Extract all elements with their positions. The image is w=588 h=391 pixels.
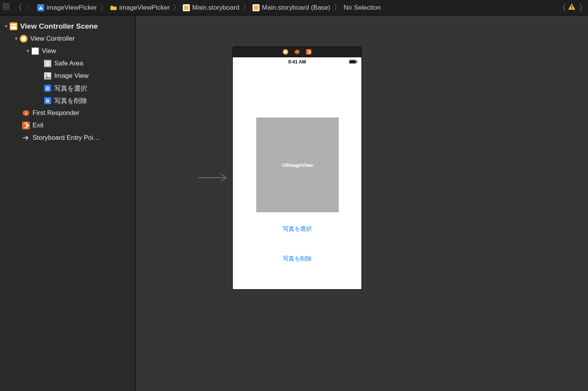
outline-label: Storyboard Entry Poi… <box>33 134 100 142</box>
storyboard-icon <box>253 4 260 11</box>
placeholder-label: UIImageView <box>282 162 313 168</box>
outline-label: 写真を選択 <box>54 84 87 93</box>
svg-rect-0 <box>3 4 6 6</box>
view-controller-icon[interactable] <box>283 49 288 55</box>
svg-rect-32 <box>356 61 357 63</box>
crumb-label: Main.storyboard (Base) <box>262 4 330 12</box>
warning-icon[interactable] <box>568 3 576 12</box>
crumb-folder[interactable]: imageViewPicker 〉 <box>110 2 181 13</box>
chevron-right-icon: 〉 <box>100 2 108 13</box>
svg-rect-15 <box>22 37 26 41</box>
svg-rect-8 <box>254 5 258 10</box>
crumb-no-selection[interactable]: No Selection <box>344 4 381 12</box>
storyboard-icon <box>183 4 190 11</box>
svg-rect-1 <box>7 4 9 6</box>
outline-label: First Responder <box>33 109 79 117</box>
safe-area-icon <box>43 59 52 68</box>
svg-rect-3 <box>7 7 9 10</box>
svg-text:B: B <box>46 98 49 104</box>
crumb-storyboard-base[interactable]: Main.storyboard (Base) 〉 <box>253 2 341 13</box>
outline-label: View <box>42 47 56 55</box>
svg-rect-12 <box>11 24 16 25</box>
outline-label: Image View <box>54 72 89 80</box>
outline-view-controller[interactable]: ▼ View Controller <box>0 33 135 45</box>
chevron-right-icon: 〉 <box>173 2 181 13</box>
outline-image-view[interactable]: Image View <box>0 70 135 82</box>
document-outline[interactable]: ▼ View Controller Scene ▼ View Controlle… <box>0 15 136 391</box>
device-frame: 9:41 AM UIImageView 写真を選択 写真を削除 <box>232 57 362 290</box>
arrow-right-icon <box>22 134 30 142</box>
entry-point-arrow-icon[interactable] <box>198 172 229 185</box>
svg-rect-2 <box>3 7 6 10</box>
related-items-icon[interactable] <box>2 3 10 12</box>
svg-rect-31 <box>349 60 356 63</box>
folder-icon <box>110 4 117 11</box>
crumb-project[interactable]: imageViewPicker 〉 <box>37 2 108 13</box>
svg-rect-6 <box>184 5 189 10</box>
crumb-storyboard[interactable]: Main.storyboard 〉 <box>183 2 250 13</box>
svg-text:B: B <box>46 86 49 91</box>
svg-point-20 <box>46 74 47 75</box>
outline-safe-area[interactable]: Safe Area <box>0 57 135 70</box>
button-label: 写真を削除 <box>283 255 312 262</box>
prev-issue-button[interactable]: 〈 <box>558 3 565 12</box>
disclosure-triangle-icon[interactable]: ▼ <box>25 48 31 54</box>
button-icon: B <box>43 84 52 93</box>
outline-first-responder[interactable]: 1 First Responder <box>0 107 135 119</box>
delete-photo-button[interactable]: 写真を削除 <box>233 255 361 262</box>
svg-rect-13 <box>11 26 16 29</box>
outline-view[interactable]: ▼ View <box>0 45 135 57</box>
button-label: 写真を選択 <box>283 225 312 232</box>
crumb-label: imageViewPicker <box>46 4 97 12</box>
chevron-right-icon: 〉 <box>334 2 341 13</box>
svg-rect-10 <box>571 8 572 9</box>
outline-exit[interactable]: Exit <box>0 119 135 132</box>
breadcrumb: imageViewPicker 〉 imageViewPicker 〉 Main… <box>37 2 554 13</box>
outline-label: View Controller Scene <box>20 22 98 31</box>
outline-label: View Controller <box>30 35 75 43</box>
disclosure-triangle-icon[interactable]: ▼ <box>13 36 19 41</box>
view-icon <box>31 47 40 55</box>
outline-label: Exit <box>33 122 43 129</box>
outline-label: 写真を削除 <box>54 96 87 105</box>
scene-icon <box>9 22 18 31</box>
crumb-label: No Selection <box>344 4 381 12</box>
storyboard-canvas[interactable]: 9:41 AM UIImageView 写真を選択 写真を削除 <box>136 15 588 391</box>
exit-icon[interactable] <box>306 49 311 55</box>
svg-rect-9 <box>571 5 572 8</box>
outline-button-delete[interactable]: B 写真を削除 <box>0 94 135 107</box>
crumb-label: imageViewPicker <box>119 4 170 12</box>
battery-icon <box>349 60 358 65</box>
outline-entry-point[interactable]: Storyboard Entry Poi… <box>0 132 135 144</box>
svg-rect-28 <box>284 51 287 53</box>
next-issue-button[interactable]: 〉 <box>579 3 586 12</box>
path-bar: 〈 〉 imageViewPicker 〉 imageViewPicker 〉 … <box>0 0 588 15</box>
forward-button: 〉 <box>25 3 32 12</box>
exit-icon <box>22 121 30 130</box>
outline-scene[interactable]: ▼ View Controller Scene <box>0 20 135 33</box>
chevron-right-icon: 〉 <box>242 2 250 13</box>
uiimageview-placeholder[interactable]: UIImageView <box>256 118 339 212</box>
button-icon: B <box>43 96 52 105</box>
scene-preview[interactable]: 9:41 AM UIImageView 写真を選択 写真を削除 <box>232 46 362 290</box>
back-button[interactable]: 〈 <box>14 3 21 12</box>
first-responder-icon: 1 <box>22 109 30 117</box>
outline-button-select[interactable]: B 写真を選択 <box>0 82 135 94</box>
project-icon <box>37 4 44 11</box>
view-controller-icon <box>19 34 28 43</box>
disclosure-triangle-icon[interactable]: ▼ <box>3 24 9 29</box>
crumb-label: Main.storyboard <box>192 4 239 12</box>
svg-rect-17 <box>44 60 51 67</box>
scene-dock[interactable] <box>232 46 362 57</box>
status-time: 9:41 AM <box>288 59 306 65</box>
first-responder-icon[interactable] <box>294 49 300 55</box>
select-photo-button[interactable]: 写真を選択 <box>233 225 361 233</box>
imageview-icon <box>43 72 52 80</box>
svg-text:1: 1 <box>25 111 27 115</box>
outline-label: Safe Area <box>54 60 83 67</box>
status-bar: 9:41 AM <box>233 57 361 67</box>
svg-rect-16 <box>32 48 39 55</box>
